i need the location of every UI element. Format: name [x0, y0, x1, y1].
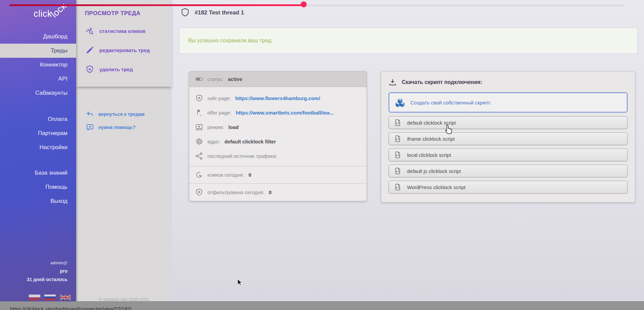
menu-item-label: удалить тред: [99, 67, 133, 72]
uk-flag[interactable]: [60, 295, 71, 300]
create-own-script-button[interactable]: Создать свой собственный скрипт.: [389, 92, 628, 113]
sidebar-item-payment[interactable]: Оплата: [0, 112, 76, 126]
sidebar-item-api[interactable]: API: [0, 72, 76, 86]
code-file-icon: [394, 119, 401, 126]
menu-item-delete-thread[interactable]: удалить тред: [76, 60, 172, 79]
mode-row: режим: load: [189, 120, 366, 134]
poland-flag[interactable]: [29, 295, 40, 300]
script-button-label: default js clicklock script: [407, 168, 461, 174]
default-js-clicklock-script-button[interactable]: default js clicklock script: [389, 165, 628, 177]
page-title: #182 Test thread 1: [195, 9, 244, 16]
script-button-label: default clicklock script: [407, 120, 456, 126]
link-back-to-threads[interactable]: вернуться к тредам: [76, 107, 172, 121]
download-panel-title: Скачать скрипт подключения:: [402, 79, 482, 85]
shield-x-icon: [86, 65, 94, 74]
local-clicklock-script-button[interactable]: local clicklock script: [389, 148, 628, 161]
sidebar-item-settings[interactable]: Настройки: [0, 140, 76, 154]
pin-icon: [195, 109, 203, 117]
sidebar-item-connector[interactable]: Коннектор: [0, 58, 76, 72]
click-circle-icon: [195, 171, 203, 179]
offer-page-link[interactable]: https://www.smartbets.com/football/tea..…: [236, 110, 334, 116]
share-icon: [195, 152, 203, 160]
code-file-icon: [394, 167, 401, 175]
logo-text-click: click: [34, 9, 52, 19]
russia-flag[interactable]: [44, 295, 56, 300]
menu-item-label: статистика кликов: [99, 28, 146, 34]
script-button-label: local clicklock script: [407, 152, 451, 158]
thread-menu-title: ПРОСМОТР ТРЕДА: [76, 0, 172, 17]
create-own-script-label: Создать свой собственный скрипт.: [410, 100, 491, 105]
iframe-clicklock-script-button[interactable]: iframe clicklock script: [389, 132, 628, 145]
shield-star-icon: [195, 188, 203, 196]
code-file-icon: [394, 135, 401, 142]
clicks-today-label: кликов сегодня:: [207, 172, 244, 178]
comment-plus-icon: [86, 124, 94, 131]
language-switcher: [29, 295, 71, 300]
sidebar-item-help[interactable]: Помощь: [0, 180, 76, 194]
script-button-label: WordPress clicklock script: [407, 184, 465, 190]
sidebar-item-logout[interactable]: Выход: [0, 194, 76, 208]
page-header: #182 Test thread 1: [181, 8, 244, 17]
account-plan: pro: [0, 267, 67, 275]
clicks-today-value: 0: [248, 172, 251, 178]
core-value: default clicklock filter: [225, 139, 276, 144]
filtered-today-row: отфильтровано сегодня: 0: [189, 183, 366, 201]
video-progress-remaining[interactable]: [307, 5, 624, 6]
shield-star-icon: [195, 94, 203, 102]
link-label: нужна помощь?: [98, 125, 136, 130]
menu-item-click-stats[interactable]: статистика кликов: [76, 21, 172, 41]
filtered-today-value: 0: [269, 189, 271, 195]
main-content: #182 Test thread 1 Вы успешно сохранили …: [172, 0, 644, 310]
status-value: active: [228, 76, 242, 82]
status-label: статус:: [207, 76, 224, 82]
sidebar-item-knowledge-base[interactable]: База знаний: [0, 166, 76, 180]
sidebar-item-dashboard[interactable]: Дашборд: [0, 30, 76, 44]
statusbar-url: https://clicklock.site/dashboard/connect…: [10, 306, 132, 310]
row-label: safe page:: [207, 95, 231, 101]
offer-page-row: offer page: https://www.smartbets.com/fo…: [189, 105, 366, 120]
account-days-left: 31 дней осталось: [0, 275, 67, 284]
undo-icon: [86, 110, 94, 118]
code-file-icon: [394, 183, 401, 191]
row-label: последний источник трафика:: [207, 153, 277, 159]
download-scripts-panel: Скачать скрипт подключения: Создать свой…: [381, 71, 635, 203]
logo-text-lock: lock: [49, 1, 69, 20]
download-icon: [389, 78, 397, 86]
code-file-icon: [394, 151, 401, 159]
sidebar-item-partners[interactable]: Партнерам: [0, 126, 76, 140]
cubes-icon: [395, 98, 405, 107]
menu-item-edit-thread[interactable]: редактировать тред: [76, 41, 172, 60]
core-row: ядро: default clicklock filter: [189, 134, 366, 149]
success-alert: Вы успешно сохранили ваш тред.: [179, 28, 638, 54]
video-progress-handle[interactable]: [301, 1, 307, 7]
shield-icon: [181, 8, 189, 17]
filtered-today-label: отфильтровано сегодня:: [207, 189, 264, 195]
wordpress-clicklock-script-button[interactable]: WordPress clicklock script: [389, 181, 628, 193]
row-label: режим:: [207, 124, 224, 130]
account-email: admin@: [0, 259, 67, 267]
clicks-today-row: кликов сегодня: 0: [189, 166, 366, 183]
browser-statusbar: https://clicklock.site/dashboard/connect…: [0, 301, 644, 310]
thread-menu-panel: ПРОСМОТР ТРЕДА статистика кликов редакти…: [76, 0, 172, 310]
script-button-label: iframe clicklock script: [407, 136, 455, 142]
video-progress-played[interactable]: [9, 4, 301, 6]
default-clicklock-script-button[interactable]: default clicklock script: [389, 116, 628, 129]
thread-status-card: статус: active safe page: https://www.fl…: [189, 71, 367, 201]
safe-page-row: safe page: https://www.flowers4hamburg.c…: [189, 91, 366, 105]
safe-page-link[interactable]: https://www.flowers4hamburg.com/: [235, 95, 320, 101]
sidebar-item-subaccounts[interactable]: Сабакаунты: [0, 86, 76, 100]
stats-search-icon: [86, 27, 94, 35]
link-label: вернуться к тредам: [98, 112, 145, 117]
link-need-help[interactable]: нужна помощь?: [76, 121, 172, 134]
account-info: admin@ pro 31 дней осталось: [0, 259, 76, 284]
gear-icon: [195, 138, 203, 145]
status-header: статус: active: [189, 72, 366, 87]
screen-share-icon: [195, 123, 203, 131]
download-panel-header: Скачать скрипт подключения:: [389, 78, 628, 86]
pencil-icon: [86, 46, 94, 54]
toggle-icon: [195, 75, 203, 83]
sidebar-item-threads[interactable]: Треды: [0, 44, 76, 58]
menu-item-label: редактировать тред: [99, 47, 150, 53]
row-label: offer page:: [207, 110, 231, 116]
alert-message: Вы успешно сохранили ваш тред.: [188, 38, 273, 44]
